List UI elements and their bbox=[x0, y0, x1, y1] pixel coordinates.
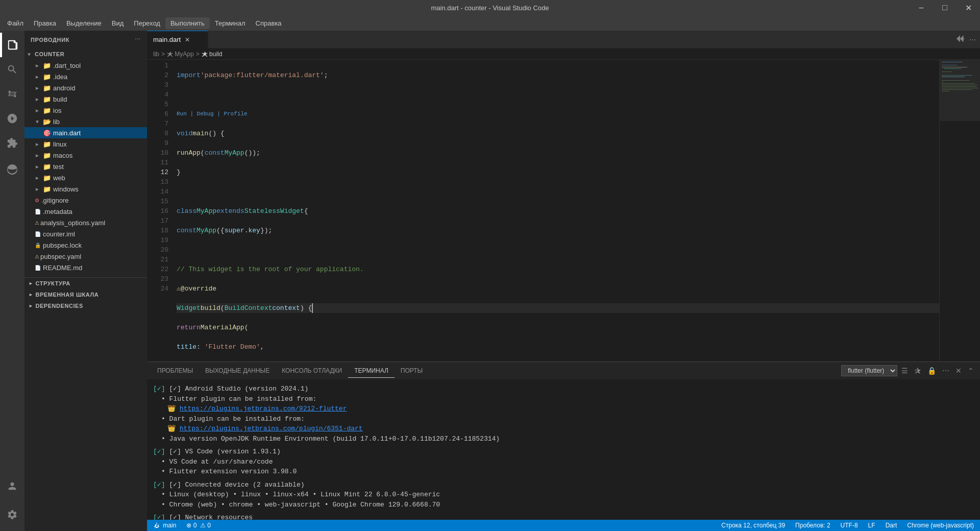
terminal-panel: ПРОБЛЕМЫ ВЫХОДНЫЕ ДАННЫЕ КОНСОЛЬ ОТЛАДКИ… bbox=[147, 361, 980, 520]
sidebar-item-readme[interactable]: 📄 README.md bbox=[24, 262, 147, 273]
panel-tab-problems[interactable]: ПРОБЛЕМЫ bbox=[151, 364, 199, 378]
panel-tab-terminal[interactable]: ТЕРМИНАЛ bbox=[348, 364, 395, 378]
sidebar-item-web[interactable]: ► 📁 web bbox=[24, 172, 147, 183]
activity-git[interactable] bbox=[0, 82, 24, 106]
activity-settings[interactable] bbox=[0, 502, 24, 527]
sidebar-item-analysis[interactable]: ⚠ analysis_options.yaml bbox=[24, 217, 147, 228]
sidebar-item-ios[interactable]: ► 📁 ios bbox=[24, 105, 147, 116]
sidebar-item-macos[interactable]: ► 📁 macos bbox=[24, 150, 147, 161]
line-numbers: 1 2 3 4 5 6 7 8 9 10 11 12 13 14 bbox=[147, 60, 173, 361]
menu-goto[interactable]: Переход bbox=[129, 17, 165, 29]
tree-item-label: macos bbox=[53, 152, 72, 159]
window-title: main.dart - counter - Visual Studio Code bbox=[431, 4, 549, 12]
code-content[interactable]: import 'package:flutter/material.dart'; … bbox=[173, 60, 939, 361]
flutter-link[interactable]: https://plugins.jetbrains.com/9212-flutt… bbox=[180, 405, 347, 413]
maximize-button[interactable]: □ bbox=[933, 0, 957, 15]
menu-edit[interactable]: Правка bbox=[29, 17, 61, 29]
panel-split-icon[interactable]: ⯫ bbox=[912, 366, 923, 376]
tree-item-label: main.dart bbox=[53, 129, 81, 137]
menu-terminal[interactable]: Терминал bbox=[210, 17, 251, 29]
status-language[interactable]: Dart bbox=[884, 522, 899, 529]
panel-lock-icon[interactable]: 🔒 bbox=[925, 366, 938, 376]
sidebar-item-counter-iml[interactable]: 📄 counter.iml bbox=[24, 228, 147, 239]
panel-close-icon[interactable]: ✕ bbox=[953, 366, 964, 376]
activity-debug[interactable] bbox=[0, 106, 24, 131]
breadcrumb-lib[interactable]: lib bbox=[153, 51, 159, 58]
run-debug-links[interactable]: Run | Debug | Profile bbox=[177, 109, 248, 119]
panel-more-icon[interactable]: ⋯ bbox=[940, 366, 951, 376]
panel-list-icon[interactable]: ☰ bbox=[899, 366, 910, 376]
sidebar-item-linux[interactable]: ► 📁 linux bbox=[24, 138, 147, 150]
terminal-select[interactable]: flutter (flutter) bbox=[841, 365, 897, 376]
sidebar-item-test[interactable]: ► 📁 test bbox=[24, 161, 147, 172]
folder-icon: 📁 bbox=[43, 163, 51, 171]
status-eol[interactable]: LF bbox=[866, 522, 877, 529]
minimize-button[interactable]: – bbox=[910, 0, 933, 15]
section-arrow-icon: ► bbox=[29, 281, 33, 286]
code-editor[interactable]: 1 2 3 4 5 6 7 8 9 10 11 12 13 14 bbox=[147, 60, 939, 361]
activity-bar bbox=[0, 31, 24, 531]
sidebar-item-lib[interactable]: ▼ 📂 lib bbox=[24, 116, 147, 127]
ln-20: 20 bbox=[147, 245, 168, 255]
folder-arrow-icon: ► bbox=[35, 96, 43, 102]
code-line-2 bbox=[177, 90, 939, 100]
breadcrumb: lib > 🟊 MyApp > 🟊 build bbox=[147, 49, 980, 60]
ln-15: 15 bbox=[147, 197, 168, 206]
sidebar-section-structure[interactable]: ► СТРУКТУРА bbox=[24, 278, 147, 289]
sidebar-options-icon[interactable]: ⋯ bbox=[135, 36, 141, 43]
sidebar-item-gitignore[interactable]: ⚙ .gitignore bbox=[24, 195, 147, 206]
terminal-linux-device: • Linux (desktop) • linux • linux-x64 • … bbox=[161, 490, 974, 500]
sidebar-item-windows[interactable]: ► 📁 windows bbox=[24, 183, 147, 195]
sidebar-section-timeline[interactable]: ► ВРЕМЕННАЯ ШКАЛА bbox=[24, 289, 147, 300]
sidebar-item-dart-tool[interactable]: ► 📁 .dart_tool bbox=[24, 60, 147, 71]
close-button[interactable]: ✕ bbox=[957, 0, 980, 15]
activity-remote[interactable] bbox=[0, 157, 24, 182]
sidebar-item-metadata[interactable]: 📄 .metadata bbox=[24, 206, 147, 217]
breadcrumb-myapp[interactable]: 🟊 MyApp bbox=[167, 51, 194, 58]
activity-extensions[interactable] bbox=[0, 131, 24, 155]
panel-tab-output[interactable]: ВЫХОДНЫЕ ДАННЫЕ bbox=[199, 364, 276, 378]
menu-file[interactable]: Файл bbox=[2, 17, 29, 29]
sidebar-item-build[interactable]: ► 📁 build bbox=[24, 93, 147, 105]
panel-tab-ports[interactable]: ПОРТЫ bbox=[395, 364, 429, 378]
status-spaces[interactable]: Пробелов: 2 bbox=[793, 522, 832, 529]
ln-17: 17 bbox=[147, 216, 168, 226]
code-line-11: ⚠@override bbox=[177, 284, 939, 294]
breadcrumb-build[interactable]: 🟊 build bbox=[202, 51, 223, 58]
split-editor-icon[interactable]: ⯬ bbox=[956, 34, 965, 45]
menu-selection[interactable]: Выделение bbox=[61, 17, 107, 29]
status-position[interactable]: Строка 12, столбец 39 bbox=[719, 522, 787, 529]
menu-view[interactable]: Вид bbox=[107, 17, 129, 29]
status-branch[interactable]: main bbox=[151, 522, 178, 529]
menu-help[interactable]: Справка bbox=[251, 17, 287, 29]
terminal-java: • Java version OpenJDK Runtime Environme… bbox=[161, 434, 974, 444]
folder-arrow-icon: ► bbox=[35, 74, 43, 80]
panel-tab-debug[interactable]: КОНСОЛЬ ОТЛАДКИ bbox=[276, 364, 348, 378]
activity-explorer[interactable] bbox=[0, 33, 24, 57]
sidebar-item-idea[interactable]: ► 📁 .idea bbox=[24, 71, 147, 82]
tab-main-dart[interactable]: main.dart ✕ bbox=[147, 31, 208, 49]
status-feedback[interactable]: Chrome (web-javascript) bbox=[905, 522, 976, 529]
code-line-7: class MyApp extends StatelessWidget { bbox=[177, 206, 939, 216]
code-line-3: Run | Debug | Profile bbox=[177, 109, 939, 119]
tab-close-icon[interactable]: ✕ bbox=[185, 36, 190, 43]
status-errors[interactable]: ⊗ 0 ⚠ 0 bbox=[184, 522, 213, 529]
activity-search[interactable] bbox=[0, 57, 24, 82]
project-root[interactable]: ▼ COUNTER bbox=[24, 49, 147, 60]
code-line-5: } bbox=[177, 167, 939, 177]
menu-run[interactable]: Выполнить bbox=[165, 17, 210, 29]
activity-account[interactable] bbox=[0, 474, 24, 498]
status-encoding[interactable]: UTF-8 bbox=[839, 522, 860, 529]
sidebar-item-android[interactable]: ► 📁 android bbox=[24, 82, 147, 93]
panel-tabs-bar: ПРОБЛЕМЫ ВЫХОДНЫЕ ДАННЫЕ КОНСОЛЬ ОТЛАДКИ… bbox=[147, 362, 980, 380]
check-device: [✓] bbox=[153, 481, 165, 489]
sidebar-item-pubspec-lock[interactable]: 🔒 pubspec.lock bbox=[24, 239, 147, 251]
sidebar-item-pubspec-yaml[interactable]: ⚠ pubspec.yaml bbox=[24, 251, 147, 262]
panel-expand-icon[interactable]: ⌃ bbox=[966, 366, 976, 376]
terminal-content[interactable]: [✓] [✓] Android Studio (version 2024.1) … bbox=[147, 380, 980, 520]
sidebar-item-main-dart[interactable]: 🎯 main.dart bbox=[24, 127, 147, 138]
more-options-icon[interactable]: ⋯ bbox=[969, 36, 976, 43]
folder-icon: 📁 bbox=[43, 174, 51, 182]
dart-link[interactable]: https://plugins.jetbrains.com/plugin/635… bbox=[180, 425, 363, 432]
sidebar-section-dependencies[interactable]: ► DEPENDENCIES bbox=[24, 300, 147, 311]
